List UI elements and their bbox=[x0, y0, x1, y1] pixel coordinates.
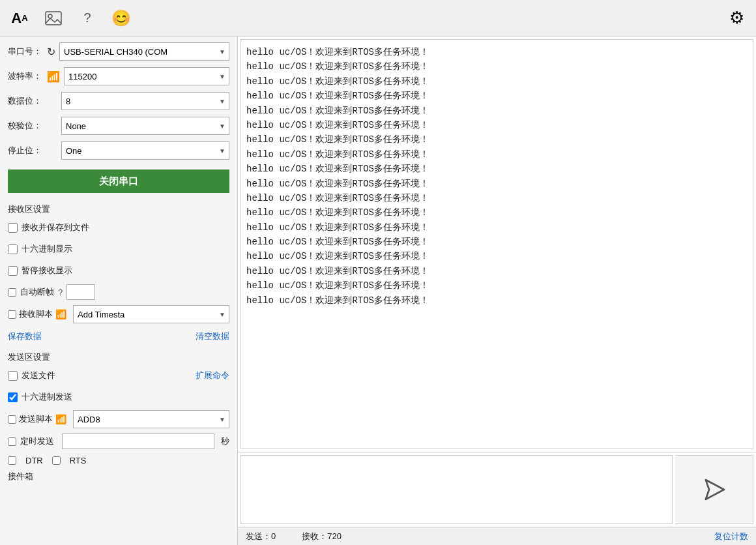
dtr-checkbox[interactable] bbox=[8, 456, 16, 465]
receive-area: hello uc/OS！欢迎来到RTOS多任务环境！hello uc/OS！欢迎… bbox=[240, 39, 753, 449]
baud-rate-select[interactable]: 9600 19200 38400 57600 115200 230400 bbox=[64, 67, 229, 85]
receive-settings-title: 接收区设置 bbox=[8, 203, 229, 215]
toolbar: AA ? 😊 ⚙ bbox=[0, 0, 756, 37]
serial-port-select[interactable]: USB-SERIAL CH340 (COM bbox=[59, 42, 229, 61]
receive-script-checkbox[interactable] bbox=[8, 310, 16, 319]
hex-display-row: 十六进制显示 bbox=[8, 241, 229, 258]
send-script-checkbox[interactable] bbox=[8, 415, 16, 424]
stop-bits-label: 停止位： bbox=[8, 145, 47, 156]
bottom-input-row: 接件箱 bbox=[8, 471, 229, 482]
parity-select-wrapper: NoneOddEvenMarkSpace ▼ bbox=[61, 117, 229, 135]
receive-line: hello uc/OS！欢迎来到RTOS多任务环境！ bbox=[246, 118, 748, 132]
send-file-label: 发送文件 bbox=[22, 370, 55, 381]
send-script-signal-icon[interactable]: 📶 bbox=[55, 414, 66, 424]
send-script-select[interactable]: ADD8NoneCustom bbox=[73, 410, 229, 428]
pause-receive-checkbox[interactable] bbox=[8, 266, 18, 276]
send-settings-title: 发送区设置 bbox=[8, 351, 229, 363]
send-script-row: 发送脚本 📶 ADD8NoneCustom ▼ bbox=[8, 410, 229, 428]
send-script-select-wrapper: ADD8NoneCustom ▼ bbox=[73, 410, 229, 428]
dtr-label: DTR bbox=[25, 456, 43, 465]
hex-display-checkbox[interactable] bbox=[8, 244, 18, 254]
save-to-file-checkbox[interactable] bbox=[8, 223, 18, 233]
signal-icon[interactable]: 📶 bbox=[47, 70, 60, 83]
save-to-file-row: 接收并保存到文件 bbox=[8, 219, 229, 236]
send-area-container bbox=[238, 452, 756, 527]
save-to-file-label: 接收并保存到文件 bbox=[22, 222, 89, 233]
main-container: 串口号： ↻ USB-SERIAL CH340 (COM ▼ 波特率： 📶 96… bbox=[0, 37, 756, 545]
receive-line: hello uc/OS！欢迎来到RTOS多任务环境！ bbox=[246, 132, 748, 147]
close-serial-button[interactable]: 关闭串口 bbox=[8, 169, 229, 193]
auto-frame-label: 自动断帧 bbox=[20, 286, 54, 298]
image-icon[interactable] bbox=[42, 7, 65, 30]
parity-row: 校验位： NoneOddEvenMarkSpace ▼ bbox=[8, 116, 229, 136]
receive-script-signal-icon[interactable]: 📶 bbox=[55, 309, 66, 319]
font-size-icon[interactable]: AA bbox=[8, 7, 31, 30]
send-script-label: 发送脚本 bbox=[19, 413, 53, 425]
receive-line: hello uc/OS！欢迎来到RTOS多任务环境！ bbox=[246, 104, 748, 118]
send-input[interactable] bbox=[240, 455, 673, 524]
refresh-icon[interactable]: ↻ bbox=[47, 46, 55, 58]
save-data-link[interactable]: 保存数据 bbox=[8, 331, 42, 342]
receive-count-label: 接收：720 bbox=[302, 531, 342, 542]
send-button[interactable] bbox=[675, 455, 753, 524]
receive-line: hello uc/OS！欢迎来到RTOS多任务环境！ bbox=[246, 191, 748, 205]
hex-send-checkbox[interactable] bbox=[8, 392, 18, 402]
receive-script-row: 接收脚本 📶 Add TimestaNoneCustom ▼ bbox=[8, 305, 229, 323]
timer-send-row: 定时发送 1.0 秒 bbox=[8, 433, 229, 450]
hex-send-row: 十六进制发送 bbox=[8, 389, 229, 405]
data-bits-select[interactable]: 5678 bbox=[61, 92, 229, 110]
timer-input-wrapper: 1.0 bbox=[62, 434, 214, 449]
timer-send-label: 定时发送 bbox=[20, 435, 54, 447]
rts-label: RTS bbox=[70, 456, 87, 465]
serial-port-row: 串口号： ↻ USB-SERIAL CH340 (COM ▼ bbox=[8, 42, 229, 61]
receive-line: hello uc/OS！欢迎来到RTOS多任务环境！ bbox=[246, 89, 748, 103]
receive-line: hello uc/OS！欢迎来到RTOS多任务环境！ bbox=[246, 220, 748, 235]
receive-script-label: 接收脚本 bbox=[19, 308, 53, 320]
settings-icon[interactable]: ⚙ bbox=[725, 7, 748, 30]
data-links-row: 保存数据 清空数据 bbox=[8, 331, 229, 342]
expand-cmd-link[interactable]: 扩展命令 bbox=[196, 370, 229, 381]
auto-frame-input[interactable]: 20 bbox=[66, 284, 95, 300]
auto-frame-row: 自动断帧 ? 20 bbox=[8, 284, 229, 301]
receive-line: hello uc/OS！欢迎来到RTOS多任务环境！ bbox=[246, 264, 748, 278]
timer-send-input[interactable]: 1.0 bbox=[62, 434, 214, 449]
rts-checkbox[interactable] bbox=[52, 456, 61, 465]
receive-script-select-wrapper: Add TimestaNoneCustom ▼ bbox=[73, 305, 229, 323]
receive-line: hello uc/OS！欢迎来到RTOS多任务环境！ bbox=[246, 74, 748, 89]
parity-select[interactable]: NoneOddEvenMarkSpace bbox=[61, 117, 229, 135]
data-bits-select-wrapper: 5678 ▼ bbox=[61, 92, 229, 110]
auto-frame-help-icon[interactable]: ? bbox=[58, 287, 63, 297]
bottom-input-label: 接件箱 bbox=[8, 471, 47, 482]
stop-bits-row: 停止位： One1.5Two ▼ bbox=[8, 141, 229, 160]
help-icon[interactable]: ? bbox=[76, 7, 99, 30]
serial-port-label: 串口号： bbox=[8, 46, 47, 57]
send-file-checkbox[interactable] bbox=[8, 371, 18, 381]
data-bits-row: 数据位： 5678 ▼ bbox=[8, 91, 229, 111]
receive-line: hello uc/OS！欢迎来到RTOS多任务环境！ bbox=[246, 293, 748, 308]
receive-line: hello uc/OS！欢迎来到RTOS多任务环境！ bbox=[246, 235, 748, 249]
right-panel: hello uc/OS！欢迎来到RTOS多任务环境！hello uc/OS！欢迎… bbox=[238, 37, 756, 545]
hex-display-label: 十六进制显示 bbox=[22, 243, 72, 255]
send-count-label: 发送：0 bbox=[246, 531, 276, 542]
hex-send-label: 十六进制发送 bbox=[22, 391, 72, 403]
timer-send-checkbox[interactable] bbox=[8, 437, 16, 446]
receive-line: hello uc/OS！欢迎来到RTOS多任务环境！ bbox=[246, 177, 748, 191]
baud-rate-select-wrapper: 9600 19200 38400 57600 115200 230400 ▼ bbox=[64, 67, 229, 85]
auto-frame-checkbox[interactable] bbox=[8, 288, 16, 297]
receive-script-select[interactable]: Add TimestaNoneCustom bbox=[73, 305, 229, 323]
parity-label: 校验位： bbox=[8, 120, 47, 132]
receive-line: hello uc/OS！欢迎来到RTOS多任务环境！ bbox=[246, 162, 748, 176]
stop-bits-select[interactable]: One1.5Two bbox=[61, 141, 229, 160]
emoji-icon[interactable]: 😊 bbox=[109, 7, 133, 30]
receive-line: hello uc/OS！欢迎来到RTOS多任务环境！ bbox=[246, 147, 748, 162]
stop-bits-select-wrapper: One1.5Two ▼ bbox=[61, 141, 229, 160]
left-panel: 串口号： ↻ USB-SERIAL CH340 (COM ▼ 波特率： 📶 96… bbox=[0, 37, 238, 545]
serial-port-select-wrapper: USB-SERIAL CH340 (COM ▼ bbox=[59, 42, 229, 61]
svg-rect-0 bbox=[46, 12, 61, 25]
dtr-rts-row: DTR RTS bbox=[8, 456, 229, 465]
reset-count-link[interactable]: 复位计数 bbox=[714, 531, 748, 542]
receive-line: hello uc/OS！欢迎来到RTOS多任务环境！ bbox=[246, 205, 748, 220]
clear-data-link[interactable]: 清空数据 bbox=[196, 331, 229, 342]
baud-rate-row: 波特率： 📶 9600 19200 38400 57600 115200 230… bbox=[8, 66, 229, 86]
receive-line: hello uc/OS！欢迎来到RTOS多任务环境！ bbox=[246, 278, 748, 293]
